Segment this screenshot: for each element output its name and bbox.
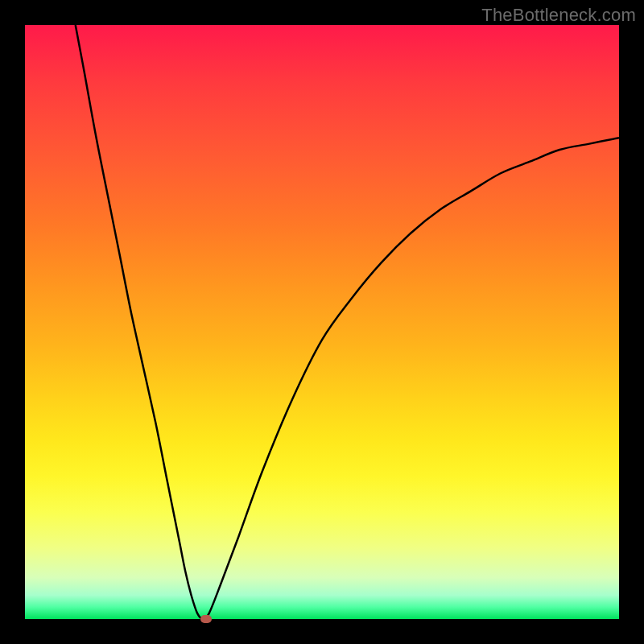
- bottleneck-curve: [25, 25, 619, 619]
- chart-frame: TheBottleneck.com: [0, 0, 644, 644]
- optimum-marker: [200, 615, 212, 623]
- curve-path: [76, 25, 619, 619]
- attribution-text: TheBottleneck.com: [481, 5, 636, 26]
- plot-area: [25, 25, 619, 619]
